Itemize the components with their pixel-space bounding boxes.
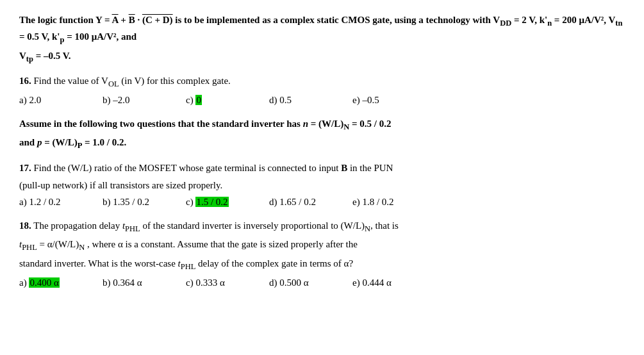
q18-ans-a-highlight: 0.400 α [29, 277, 59, 288]
q18-number: 18. [19, 220, 31, 231]
assume-bold2: and p = (W/L)P = 1.0 / 0.2. [19, 137, 126, 147]
intro-VDD-sub: DD [500, 15, 511, 25]
q18-ans-b: b) 0.364 α [103, 276, 186, 290]
main-content: The logic function Y = A + B · (C + D) i… [19, 13, 625, 290]
q16-text: 16. Find the value of VOL (in V) for thi… [19, 74, 625, 90]
q18-text-line2: tPHL = α/(W/L)N , where α is a constant.… [19, 237, 625, 254]
q16-number: 16. [19, 76, 31, 86]
q17-number: 17. [19, 163, 31, 173]
intro-Vtp-sub: tp [26, 51, 33, 61]
q18-ans-d: d) 0.500 α [269, 276, 352, 290]
intro-kp-val: = 100 μA/V², and [64, 31, 136, 42]
q16-text2: (in V) for this complex gate. [119, 76, 231, 86]
q17-text-main: Find the (W/L) ratio of the MOSFET whose… [31, 163, 393, 173]
assume-bold: Assume in the following two questions th… [19, 119, 391, 129]
q18-ans-a: a) 0.400 α [19, 276, 103, 290]
q16-block: 16. Find the value of VOL (in V) for thi… [19, 74, 625, 107]
q18-text-main: The propagation delay tPHL of the standa… [31, 220, 399, 231]
q17-ans-c: c) 1.5 / 0.2 [186, 195, 269, 210]
q18-text-line1: 18. The propagation delay tPHL of the st… [19, 219, 625, 235]
q17-text: 17. Find the (W/L) ratio of the MOSFET w… [19, 161, 625, 176]
q18-block: 18. The propagation delay tPHL of the st… [19, 219, 625, 290]
intro-kn-val: = 200 μA/V², V [552, 15, 615, 25]
intro-CD-bar: (C + D) [142, 15, 173, 25]
intro-text-after: is to be implemented as a complex static… [173, 15, 500, 25]
q16-ans-c: c) 0 [186, 93, 269, 108]
intro-block: The logic function Y = A + B · (C + D) i… [19, 13, 625, 65]
q17-answers: a) 1.2 / 0.2 b) 1.35 / 0.2 c) 1.5 / 0.2 … [19, 195, 625, 210]
q17-ans-b: b) 1.35 / 0.2 [103, 195, 186, 210]
q17-ans-d: d) 1.65 / 0.2 [269, 195, 352, 210]
q17-ans-a: a) 1.2 / 0.2 [19, 195, 103, 210]
q17-ans-e: e) 1.8 / 0.2 [352, 195, 436, 210]
q18-ans-e: e) 0.444 α [352, 276, 436, 290]
intro-VDD-val: = 2 V, k' [511, 15, 547, 25]
q16-VOL: OL [108, 76, 119, 86]
q16-ans-e: e) –0.5 [352, 93, 436, 108]
q16-ans-d: d) 0.5 [269, 93, 352, 108]
q16-answers: a) 2.0 b) –2.0 c) 0 d) 0.5 e) –0.5 [19, 93, 625, 108]
q16-ans-a: a) 2.0 [19, 93, 103, 108]
q17-text2: (pull-up network) if all transistors are… [19, 178, 625, 193]
q17-block: 17. Find the (W/L) ratio of the MOSFET w… [19, 161, 625, 210]
q17-ans-c-highlight: 1.5 / 0.2 [195, 197, 228, 207]
intro-Y-eq: Y = [95, 15, 112, 25]
intro-bold-start: The logic function [19, 15, 95, 25]
intro-text-line2: Vtp = –0.5 V. [19, 49, 625, 65]
q16-ans-c-highlight: 0 [195, 95, 202, 105]
assume-text2: and p = (W/L)P = 1.0 / 0.2. [19, 135, 625, 152]
intro-A-bar: A [112, 15, 119, 25]
q18-text-line3: standard inverter. What is the worst-cas… [19, 256, 625, 273]
intro-plus: + [119, 15, 129, 25]
intro-text: The logic function Y = A + B · (C + D) i… [19, 13, 625, 46]
intro-Vtp: V [19, 51, 26, 61]
q18-eq2: = α/(W/L)N , where α is a constant. Assu… [37, 239, 358, 249]
intro-dot: · [135, 15, 142, 25]
intro-Vtn-sub: tn [615, 15, 622, 25]
q16-ans-b: b) –2.0 [103, 93, 186, 108]
intro-Vtn-val: = 0.5 V, k' [19, 31, 60, 42]
assume-block: Assume in the following two questions th… [19, 117, 625, 153]
q18-answers: a) 0.400 α b) 0.364 α c) 0.333 α d) 0.50… [19, 276, 625, 290]
intro-Vtp-val: = –0.5 V. [33, 51, 70, 61]
q18-ans-c: c) 0.333 α [186, 276, 269, 290]
q16-text-main: Find the value of V [31, 76, 108, 86]
intro-B-bar: B [129, 15, 135, 25]
q18-tphl-sub: PHL [22, 243, 37, 252]
assume-text: Assume in the following two questions th… [19, 117, 625, 133]
